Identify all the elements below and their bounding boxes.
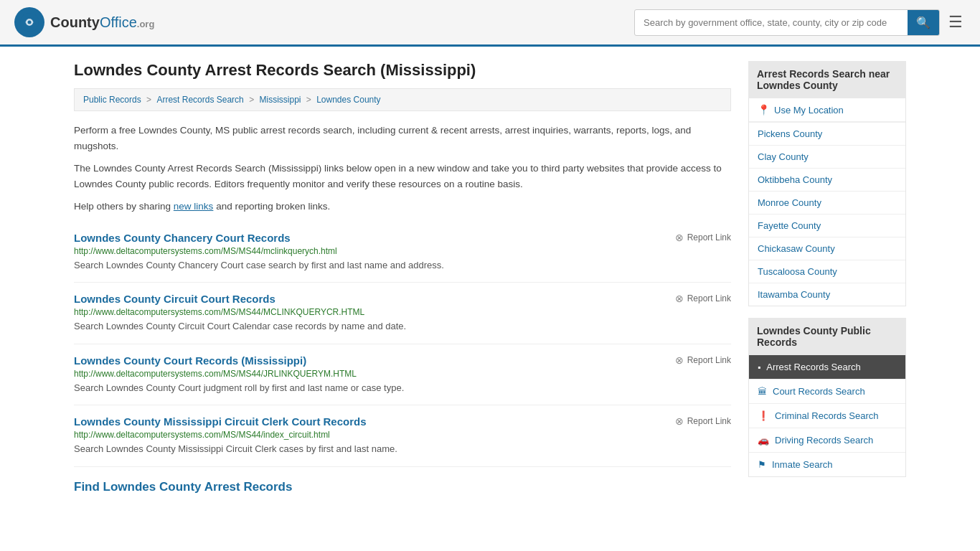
list-item: Fayette County: [749, 215, 905, 237]
record-header: Lowndes County Mississippi Circuit Clerk…: [74, 415, 731, 428]
search-input[interactable]: [635, 11, 908, 34]
report-icon: ⊗: [675, 354, 684, 366]
record-title[interactable]: Lowndes County Court Records (Mississipp…: [74, 354, 306, 367]
list-item: Itawamba County: [749, 283, 905, 306]
record-header: Lowndes County Court Records (Mississipp…: [74, 354, 731, 367]
record-item: Lowndes County Mississippi Circuit Clerk…: [74, 405, 731, 467]
court-icon: 🏛: [758, 386, 767, 397]
report-link[interactable]: ⊗ Report Link: [675, 354, 731, 366]
list-item: Monroe County: [749, 192, 905, 215]
record-item: Lowndes County Circuit Court Records ⊗ R…: [74, 283, 731, 344]
report-icon: ⊗: [675, 293, 684, 304]
sidebar-link-itawamba[interactable]: Itawamba County: [749, 283, 905, 306]
search-area: 🔍 ☰: [634, 9, 966, 36]
svg-point-2: [28, 21, 32, 24]
content-area: Lowndes County Arrest Records Search (Mi…: [74, 61, 731, 497]
sidebar-link-pickens[interactable]: Pickens County: [749, 123, 905, 145]
driving-icon: 🚗: [758, 435, 769, 446]
sidebar-public-records-title: Lowndes County Public Records: [748, 318, 906, 355]
record-item: Lowndes County Chancery Court Records ⊗ …: [74, 222, 731, 283]
record-title[interactable]: Lowndes County Chancery Court Records: [74, 232, 291, 244]
list-item: Tuscaloosa County: [749, 260, 905, 283]
logo-area: CountyOffice.org: [14, 7, 154, 37]
sidebar-link-clay[interactable]: Clay County: [749, 146, 905, 168]
report-icon: ⊗: [675, 232, 684, 243]
sidebar-link-oktibbeha[interactable]: Oktibbeha County: [749, 169, 905, 191]
use-my-location[interactable]: 📍 Use My Location: [749, 98, 905, 122]
use-my-location-item: 📍 Use My Location: [749, 98, 905, 123]
breadcrumb-sep1: >: [146, 95, 154, 105]
sidebar-nearby-title: Arrest Records Search near Lowndes Count…: [748, 61, 906, 98]
logo-text: CountyOffice.org: [50, 14, 154, 31]
search-button[interactable]: 🔍: [908, 10, 939, 35]
record-desc: Search Lowndes County Circuit Court Cale…: [74, 319, 731, 334]
public-records-item-arrest: ▪ Arrest Records Search: [749, 355, 905, 380]
criminal-icon: ❗: [758, 410, 769, 421]
report-icon: ⊗: [675, 415, 684, 427]
record-desc: Search Lowndes County Chancery Court cas…: [74, 258, 731, 273]
description3: Help others by sharing new links and rep…: [74, 199, 731, 215]
report-link[interactable]: ⊗ Report Link: [675, 415, 731, 427]
breadcrumb-arrest-records[interactable]: Arrest Records Search: [156, 95, 243, 105]
sidebar-link-tuscaloosa[interactable]: Tuscaloosa County: [749, 260, 905, 283]
header: CountyOffice.org 🔍 ☰: [0, 0, 980, 47]
sidebar-arrest-records-link[interactable]: ▪ Arrest Records Search: [749, 355, 905, 379]
description1: Perform a free Lowndes County, MS public…: [74, 123, 731, 154]
public-records-item-court: 🏛 Court Records Search: [749, 380, 905, 404]
breadcrumb-sep2: >: [249, 95, 256, 105]
list-item: Oktibbeha County: [749, 169, 905, 192]
breadcrumb: Public Records > Arrest Records Search >…: [74, 88, 731, 111]
sidebar-link-monroe[interactable]: Monroe County: [749, 192, 905, 214]
record-header: Lowndes County Circuit Court Records ⊗ R…: [74, 293, 731, 305]
sidebar-criminal-records-link[interactable]: ❗ Criminal Records Search: [749, 404, 905, 428]
records-list: Lowndes County Chancery Court Records ⊗ …: [74, 222, 731, 467]
inmate-icon: ⚑: [758, 459, 766, 470]
sidebar-nearby-list: 📍 Use My Location Pickens County Clay Co…: [748, 98, 906, 306]
breadcrumb-sep3: >: [306, 95, 314, 105]
public-records-item-criminal: ❗ Criminal Records Search: [749, 404, 905, 428]
sidebar-court-records-link[interactable]: 🏛 Court Records Search: [749, 380, 905, 403]
new-links[interactable]: new links: [174, 201, 214, 212]
arrest-icon: ▪: [758, 362, 760, 372]
record-title[interactable]: Lowndes County Mississippi Circuit Clerk…: [74, 415, 367, 428]
breadcrumb-public-records[interactable]: Public Records: [83, 95, 141, 105]
find-section-title: Find Lowndes County Arrest Records: [74, 480, 731, 497]
location-icon: 📍: [758, 104, 770, 116]
sidebar-link-fayette[interactable]: Fayette County: [749, 215, 905, 237]
record-url: http://www.deltacomputersystems.com/MS/M…: [74, 430, 731, 440]
use-my-location-label: Use My Location: [774, 105, 844, 116]
sidebar-driving-records-link[interactable]: 🚗 Driving Records Search: [749, 428, 905, 452]
record-item: Lowndes County Court Records (Mississipp…: [74, 344, 731, 406]
breadcrumb-mississippi[interactable]: Mississippi: [259, 95, 301, 105]
report-link[interactable]: ⊗ Report Link: [675, 232, 731, 243]
list-item: Pickens County: [749, 123, 905, 146]
breadcrumb-lowndes[interactable]: Lowndes County: [316, 95, 380, 105]
logo-icon: [14, 7, 44, 37]
record-url: http://www.deltacomputersystems.com/MS/M…: [74, 369, 731, 379]
record-header: Lowndes County Chancery Court Records ⊗ …: [74, 232, 731, 244]
record-url: http://www.deltacomputersystems.com/MS/M…: [74, 307, 731, 317]
report-link[interactable]: ⊗ Report Link: [675, 293, 731, 304]
sidebar-inmate-search-link[interactable]: ⚑ Inmate Search: [749, 453, 905, 476]
sidebar: Arrest Records Search near Lowndes Count…: [748, 61, 906, 497]
main-container: Lowndes County Arrest Records Search (Mi…: [60, 47, 920, 512]
search-bar: 🔍: [634, 9, 940, 36]
list-item: Chickasaw County: [749, 237, 905, 260]
record-desc: Search Lowndes County Court judgment rol…: [74, 381, 731, 395]
sidebar-link-chickasaw[interactable]: Chickasaw County: [749, 237, 905, 260]
record-title[interactable]: Lowndes County Circuit Court Records: [74, 293, 275, 305]
description2: The Lowndes County Arrest Records Search…: [74, 161, 731, 192]
sidebar-public-records-list: ▪ Arrest Records Search 🏛 Court Records …: [748, 355, 906, 477]
record-url: http://www.deltacomputersystems.com/MS/M…: [74, 246, 731, 256]
record-desc: Search Lowndes County Mississippi Circui…: [74, 442, 731, 456]
public-records-item-driving: 🚗 Driving Records Search: [749, 428, 905, 453]
menu-button[interactable]: ☰: [946, 10, 966, 34]
list-item: Clay County: [749, 146, 905, 169]
page-title: Lowndes County Arrest Records Search (Mi…: [74, 61, 731, 80]
public-records-item-inmate: ⚑ Inmate Search: [749, 453, 905, 476]
